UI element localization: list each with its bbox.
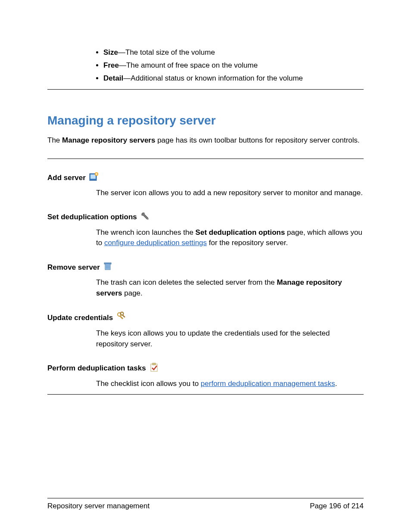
set-dedup-suffix: for the repository server. <box>207 239 288 247</box>
bullet-item: Free—The amount of free space on the vol… <box>103 60 364 71</box>
update-creds-desc: The keys icon allows you to update the c… <box>96 328 364 349</box>
page-footer: Repository server management Page 196 of… <box>47 498 364 510</box>
svg-rect-15 <box>151 364 157 371</box>
trash-icon <box>103 261 112 273</box>
bullet-desc: —The total size of the volume <box>118 48 215 56</box>
intro-prefix: The <box>47 136 62 144</box>
configure-dedup-link[interactable]: configure deduplication settings <box>104 239 207 247</box>
perform-dedup-title-row: Perform deduplication tasks <box>47 363 159 374</box>
keys-icon <box>116 311 127 324</box>
set-dedup-bold: Set deduplication options <box>196 228 285 236</box>
page-heading: Managing a repository server <box>47 114 364 128</box>
bullet-term: Detail <box>103 74 123 82</box>
set-dedup-title-row: Set deduplication options <box>47 212 150 223</box>
svg-rect-1 <box>90 174 96 179</box>
bullet-term: Free <box>103 61 119 69</box>
bullet-desc: —Additional status or known information … <box>123 74 303 82</box>
svg-rect-7 <box>104 263 111 264</box>
update-creds-title-row: Update credentials <box>47 311 127 324</box>
set-dedup-label: Set deduplication options <box>47 213 137 221</box>
perform-dedup-link[interactable]: perform deduplication management tasks <box>201 380 335 388</box>
wrench-icon <box>140 212 150 223</box>
intro-bold: Manage repository servers <box>62 136 155 144</box>
checklist-icon <box>149 363 159 374</box>
perform-dedup-prefix: The checklist icon allows you to <box>96 380 201 388</box>
remove-server-suffix: page. <box>122 289 143 297</box>
bullet-desc: —The amount of free space on the volume <box>119 61 258 69</box>
add-server-desc: The server icon allows you to add a new … <box>96 188 364 199</box>
section-divider <box>47 89 364 90</box>
bullet-item: Size—The total size of the volume <box>103 47 364 58</box>
bullet-list: Size—The total size of the volume Free—T… <box>103 47 364 83</box>
remove-server-desc: The trash can icon deletes the selected … <box>96 277 364 299</box>
remove-server-title-row: Remove server <box>47 261 112 273</box>
set-dedup-prefix: The wrench icon launches the <box>96 228 196 236</box>
set-dedup-desc: The wrench icon launches the Set dedupli… <box>96 227 364 249</box>
perform-dedup-desc: The checklist icon allows you to perform… <box>96 379 364 389</box>
add-server-icon <box>89 172 99 184</box>
add-server-title-row: Add server <box>47 172 99 184</box>
intro-suffix: page has its own toolbar buttons for rep… <box>155 136 359 144</box>
section-divider <box>47 394 364 395</box>
footer-left: Repository server management <box>47 502 149 510</box>
remove-server-label: Remove server <box>47 263 100 272</box>
bullet-item: Detail—Additional status or known inform… <box>103 73 364 84</box>
remove-server-prefix: The trash can icon deletes the selected … <box>96 278 277 286</box>
perform-dedup-label: Perform deduplication tasks <box>47 364 146 373</box>
add-server-label: Add server <box>47 174 86 182</box>
bullet-term: Size <box>103 48 118 56</box>
svg-rect-14 <box>122 314 125 317</box>
perform-dedup-suffix: . <box>335 380 337 388</box>
update-creds-label: Update credentials <box>47 314 113 322</box>
footer-right: Page 196 of 214 <box>310 502 364 510</box>
svg-point-5 <box>147 218 149 220</box>
section-divider <box>47 159 364 159</box>
svg-rect-12 <box>119 315 123 319</box>
svg-rect-16 <box>153 363 156 365</box>
intro-paragraph: The Manage repository servers page has i… <box>47 135 364 146</box>
